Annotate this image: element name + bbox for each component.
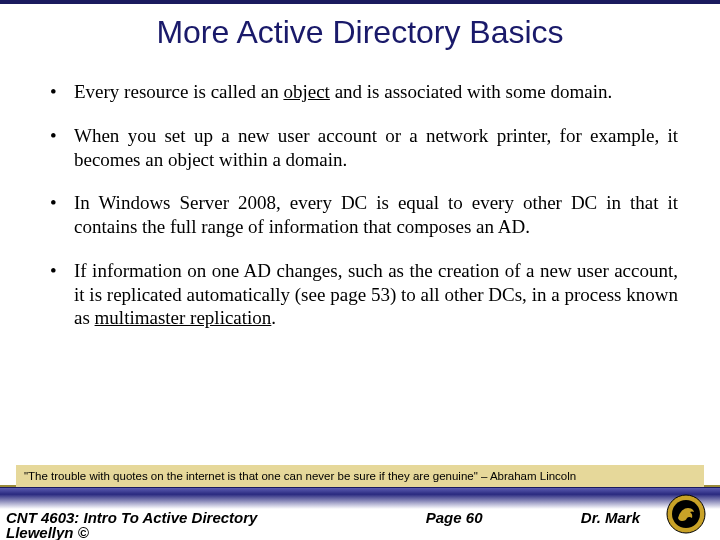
- footer-copyright: Llewellyn ©: [6, 524, 89, 540]
- bullet-item: In Windows Server 2008, every DC is equa…: [48, 191, 678, 239]
- top-border: [0, 0, 720, 4]
- footer-gradient: [0, 487, 720, 509]
- bullet-text: In Windows Server 2008, every DC is equa…: [74, 192, 678, 237]
- bullet-underline: multimaster replication: [95, 307, 272, 328]
- slide-body: Every resource is called an object and i…: [48, 80, 678, 350]
- quote-bar: "The trouble with quotes on the internet…: [16, 465, 704, 487]
- bullet-text: and is associated with some domain.: [330, 81, 612, 102]
- bullet-underline: object: [283, 81, 329, 102]
- ucf-pegasus-logo: [666, 494, 706, 534]
- bullet-text: .: [271, 307, 276, 328]
- slide-title: More Active Directory Basics: [0, 14, 720, 51]
- bullet-list: Every resource is called an object and i…: [48, 80, 678, 330]
- bullet-text: When you set up a new user account or a …: [74, 125, 678, 170]
- bullet-item: When you set up a new user account or a …: [48, 124, 678, 172]
- footer: CNT 4603: Intro To Active Directory Page…: [0, 507, 720, 540]
- quote-text: "The trouble with quotes on the internet…: [24, 470, 576, 482]
- bullet-item: If information on one AD changes, such a…: [48, 259, 678, 330]
- bullet-text: Every resource is called an: [74, 81, 283, 102]
- bullet-item: Every resource is called an object and i…: [48, 80, 678, 104]
- slide: More Active Directory Basics Every resou…: [0, 0, 720, 540]
- footer-page: Page 60: [257, 509, 580, 526]
